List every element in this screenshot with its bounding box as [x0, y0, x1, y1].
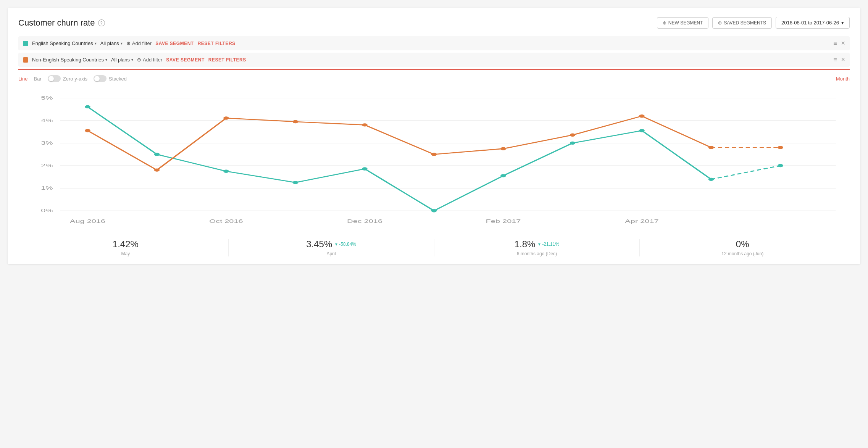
stat-value-2: 1.8%	[515, 239, 536, 250]
segment-name-button-1[interactable]: English Speaking Countries ▾	[32, 40, 97, 46]
svg-text:2%: 2%	[41, 163, 53, 168]
segment-menu-icon-1[interactable]: ≡	[833, 40, 837, 47]
svg-point-24	[431, 209, 437, 212]
svg-point-22	[293, 181, 298, 184]
svg-point-28	[708, 178, 714, 181]
svg-text:Apr 2017: Apr 2017	[625, 219, 658, 224]
help-icon[interactable]: ?	[98, 19, 105, 26]
stat-item-3: 0% 12 months ago (Jun)	[640, 239, 845, 256]
svg-line-17	[711, 166, 781, 179]
header-actions: ⊕ NEW SEGMENT ⊕ SAVED SEGMENTS 2016-08-0…	[657, 17, 850, 29]
svg-text:Feb 2017: Feb 2017	[486, 219, 521, 224]
stat-label-2: 6 months ago (Dec)	[517, 251, 557, 256]
svg-point-31	[154, 168, 160, 171]
stat-label-0: May	[121, 251, 130, 256]
plus-icon: ⊕	[663, 20, 666, 26]
segment-menu-icon-2[interactable]: ≡	[833, 56, 837, 63]
svg-text:Oct 2016: Oct 2016	[209, 219, 243, 224]
chevron-down-icon: ▾	[841, 20, 844, 26]
svg-point-40	[778, 146, 783, 149]
reset-filters-button-1[interactable]: RESET FILTERS	[198, 41, 236, 46]
plus-circle-icon-2: ⊕	[137, 57, 141, 63]
svg-point-19	[85, 105, 90, 108]
svg-point-29	[778, 164, 783, 167]
svg-text:3%: 3%	[41, 140, 53, 146]
add-filter-button-2[interactable]: ⊕ Add filter	[137, 57, 162, 63]
add-filter-button-1[interactable]: ⊕ Add filter	[126, 40, 152, 46]
title-area: Customer churn rate ?	[18, 18, 105, 28]
chevron-icon-1: ▾	[95, 41, 97, 45]
svg-point-32	[223, 116, 229, 119]
page-header: Customer churn rate ? ⊕ NEW SEGMENT ⊕ SA…	[18, 17, 850, 29]
stat-change-2: ▾ -21.11%	[538, 242, 559, 247]
stat-value-0: 1.42%	[113, 239, 139, 250]
chevron-down-icon-stat-2: ▾	[538, 242, 540, 247]
chevron-icon-4: ▾	[131, 58, 133, 62]
svg-text:1%: 1%	[41, 185, 53, 191]
chart-type-buttons: Line Bar Zero y-axis Stacked	[18, 75, 127, 82]
svg-point-23	[362, 167, 368, 170]
stacked-toggle-group: Stacked	[94, 75, 127, 82]
svg-point-26	[570, 142, 576, 145]
svg-point-37	[570, 134, 576, 137]
svg-point-34	[362, 123, 368, 126]
page-title: Customer churn rate	[18, 18, 95, 28]
chart-type-bar[interactable]: Bar	[34, 76, 42, 82]
svg-point-39	[708, 146, 714, 149]
segment-plans-button-2[interactable]: All plans ▾	[111, 57, 133, 63]
chart-type-line[interactable]: Line	[18, 76, 28, 82]
stat-item-2: 1.8% ▾ -21.11% 6 months ago (Dec)	[434, 239, 640, 256]
chevron-down-icon-stat-1: ▾	[335, 242, 337, 247]
stat-item-1: 3.45% ▾ -58.84% April	[229, 239, 434, 256]
svg-point-30	[85, 129, 90, 132]
svg-point-20	[154, 153, 160, 156]
svg-point-25	[500, 174, 506, 177]
period-button[interactable]: Month	[836, 76, 850, 82]
stats-bar: 1.42% May 3.45% ▾ -58.84% April 1.8% ▾ -…	[8, 231, 860, 264]
svg-point-33	[293, 120, 298, 123]
saved-segments-button[interactable]: ⊕ SAVED SEGMENTS	[712, 17, 771, 29]
svg-text:0%: 0%	[41, 208, 53, 213]
svg-point-21	[223, 170, 229, 173]
segment-close-icon-2[interactable]: ×	[841, 56, 845, 64]
svg-text:Dec 2016: Dec 2016	[347, 219, 382, 224]
segment-close-icon-1[interactable]: ×	[841, 39, 845, 47]
svg-text:4%: 4%	[41, 118, 53, 123]
svg-point-35	[431, 153, 437, 156]
stat-value-1: 3.45%	[306, 239, 332, 250]
new-segment-button[interactable]: ⊕ NEW SEGMENT	[657, 17, 709, 29]
stacked-toggle[interactable]	[94, 75, 106, 82]
svg-point-27	[639, 129, 645, 132]
stat-item-0: 1.42% May	[23, 239, 229, 256]
segment-color-2	[23, 57, 28, 63]
svg-point-38	[639, 114, 645, 118]
zero-y-axis-toggle[interactable]	[48, 75, 61, 82]
save-segment-button-2[interactable]: SAVE SEGMENT	[166, 57, 204, 63]
chart-controls: Line Bar Zero y-axis Stacked Month	[18, 69, 850, 86]
svg-text:5%: 5%	[41, 95, 53, 101]
zero-y-axis-label: Zero y-axis	[63, 76, 87, 82]
main-container: Customer churn rate ? ⊕ NEW SEGMENT ⊕ SA…	[8, 8, 860, 264]
save-segment-button-1[interactable]: SAVE SEGMENT	[155, 41, 194, 46]
stat-value-3: 0%	[736, 239, 749, 250]
segment-color-1	[23, 41, 28, 46]
stacked-label: Stacked	[109, 76, 127, 82]
stat-label-1: April	[327, 251, 336, 256]
stat-label-3: 12 months ago (Jun)	[721, 251, 763, 256]
segment-row-1: English Speaking Countries ▾ All plans ▾…	[18, 36, 850, 50]
plus-circle-icon-1: ⊕	[126, 40, 131, 46]
chevron-icon-3: ▾	[105, 58, 107, 62]
chart-area: 5% 4% 3% 2% 1% 0% Aug 2016 Oct 2016 Dec …	[8, 86, 860, 231]
svg-text:Aug 2016: Aug 2016	[70, 219, 105, 224]
chart-svg: 5% 4% 3% 2% 1% 0% Aug 2016 Oct 2016 Dec …	[18, 86, 850, 231]
segment-row-2: Non-English Speaking Countries ▾ All pla…	[18, 53, 850, 67]
chevron-icon-2: ▾	[121, 41, 123, 45]
reset-filters-button-2[interactable]: RESET FILTERS	[208, 57, 246, 63]
zero-y-axis-toggle-group: Zero y-axis	[48, 75, 87, 82]
plus-icon-2: ⊕	[718, 20, 722, 26]
segment-plans-button-1[interactable]: All plans ▾	[100, 40, 123, 46]
svg-point-36	[500, 147, 506, 150]
date-range-button[interactable]: 2016-08-01 to 2017-06-26 ▾	[776, 17, 850, 29]
segment-name-button-2[interactable]: Non-English Speaking Countries ▾	[32, 57, 107, 63]
stat-change-1: ▾ -58.84%	[335, 242, 356, 247]
